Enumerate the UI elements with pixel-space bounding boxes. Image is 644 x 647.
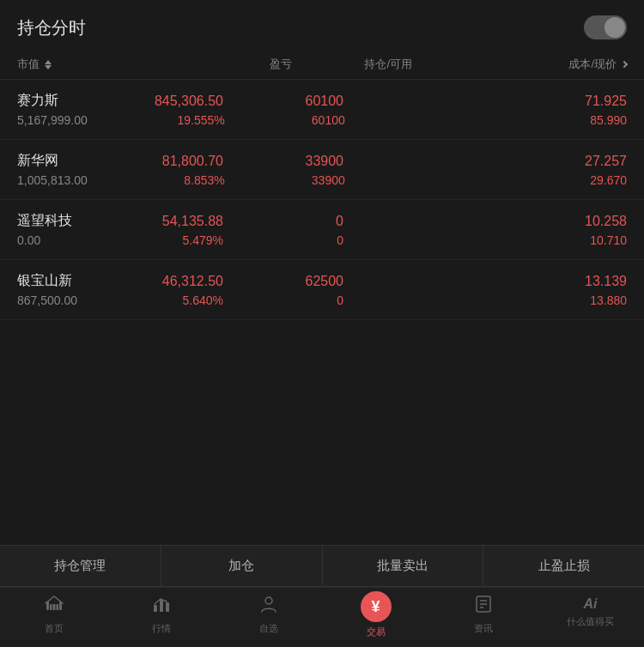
nav-item-行情[interactable]: 行情 [107,595,215,638]
chevron-right-icon [621,61,628,68]
pnl-amount: 81,800.70 [86,154,223,169]
col-cost: 成本/现价 [412,57,627,72]
position-avail: 33900 [225,173,345,187]
svg-rect-4 [52,604,55,610]
column-headers: 市值 盈亏 持仓/可用 成本/现价 [0,50,644,80]
stock-list: 赛力斯 845,306.50 60100 71.925 5,167,999.00… [0,80,644,545]
nav-item-首页[interactable]: 首页 [0,595,107,638]
action-button[interactable]: 批量卖出 [323,546,484,586]
pnl-amount: 46,312.50 [86,274,223,289]
stock-name: 银宝山新 [17,272,86,290]
trade-icon: ¥ [361,591,392,622]
nav-label: 交易 [367,626,386,638]
position-hold: 33900 [223,154,343,169]
stock-market-val: 1,005,813.00 [17,173,88,187]
nav-item-资讯[interactable]: 资讯 [429,595,537,638]
stock-name: 新华网 [17,152,86,170]
position-avail: 0 [223,233,343,247]
home-icon [45,595,64,619]
nav-label: 资讯 [474,622,493,635]
stock-item[interactable]: 遥望科技 54,135.88 0 10.258 0.00 5.479% 0 10… [0,200,644,260]
col-market-val[interactable]: 市值 [17,57,155,72]
cost-price: 71.925 [343,94,627,109]
pnl-percent: 5.479% [86,233,223,247]
stock-item[interactable]: 新华网 81,800.70 33900 27.257 1,005,813.00 … [0,140,644,200]
page-title: 持仓分时 [17,16,86,39]
stock-item[interactable]: 赛力斯 845,306.50 60100 71.925 5,167,999.00… [0,80,644,140]
pnl-percent: 8.853% [88,173,225,187]
nav-label: 首页 [45,622,64,635]
stock-name: 赛力斯 [17,92,86,110]
position-hold: 60100 [223,94,343,109]
pnl-amount: 845,306.50 [86,94,223,109]
svg-rect-6 [160,600,163,612]
chart-icon [152,595,171,619]
header: 持仓分时 [0,0,644,50]
nav-label: 什么值得买 [567,615,614,628]
stock-name: 遥望科技 [17,212,86,230]
stock-market-val: 0.00 [17,233,86,247]
stock-market-val: 5,167,999.00 [17,113,88,127]
position-avail: 60100 [225,113,345,127]
bottom-nav: 首页 行情 自选 ¥ 交易 [0,587,644,647]
sort-icon [45,60,52,70]
cost-price: 27.257 [343,154,627,169]
current-price: 85.990 [345,113,627,127]
svg-rect-5 [154,605,157,612]
current-price: 10.710 [343,233,627,247]
action-button[interactable]: 持仓管理 [0,546,161,586]
news-icon [474,595,493,619]
nav-item-什么值得买[interactable]: Ai 什么值得买 [537,595,644,638]
nav-label: 自选 [259,622,278,635]
cost-price: 10.258 [343,214,627,229]
nav-item-交易[interactable]: ¥ 交易 [322,595,429,638]
toggle-switch[interactable] [584,15,627,39]
position-hold: 0 [223,214,343,229]
pnl-percent: 19.555% [88,113,225,127]
cost-price: 13.139 [343,274,627,289]
svg-rect-2 [50,604,52,610]
action-button[interactable]: 加仓 [161,546,323,586]
person-icon [259,595,278,619]
action-bar: 持仓管理加仓批量卖出止盈止损 [0,545,644,587]
nav-label: 行情 [152,622,171,635]
svg-rect-7 [166,602,169,612]
svg-rect-3 [56,604,58,610]
stock-market-val: 867,500.00 [17,293,86,307]
col-pnl: 盈亏 [155,57,292,72]
svg-point-8 [265,597,272,604]
action-button[interactable]: 止盈止损 [483,546,644,586]
col-position: 持仓/可用 [292,57,412,72]
ai-icon: Ai [584,595,598,612]
current-price: 13.880 [343,293,627,307]
pnl-amount: 54,135.88 [86,214,223,229]
position-hold: 62500 [223,274,343,289]
current-price: 29.670 [345,173,627,187]
nav-item-自选[interactable]: 自选 [215,595,322,638]
pnl-percent: 5.640% [86,293,223,307]
position-avail: 0 [223,293,343,307]
stock-item[interactable]: 银宝山新 46,312.50 62500 13.139 867,500.00 5… [0,260,644,320]
